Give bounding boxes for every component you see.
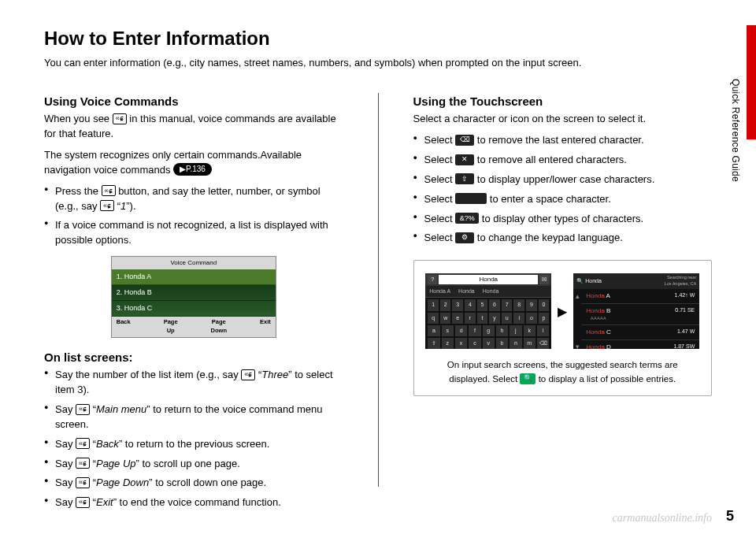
kb-key: 4 <box>465 299 476 310</box>
clear-icon: ☒ <box>539 275 549 284</box>
text: Say the number of the list item (e.g., s… <box>55 369 241 380</box>
vc-back: Back <box>117 318 131 336</box>
text: Select <box>424 193 456 205</box>
kb-key: 7 <box>502 299 513 310</box>
text: Honda <box>586 343 605 350</box>
text: Say <box>55 477 76 488</box>
figure-caption: On input search screens, the suggested s… <box>425 358 701 386</box>
right-column: Using the Touchscreen Select a character… <box>413 93 713 518</box>
kb-key: y <box>489 313 500 324</box>
kb-row: 1234567890 <box>428 299 549 310</box>
kb-key: j <box>510 325 521 336</box>
text: Honda <box>586 328 605 336</box>
bullet: Say «ɕ “Main menu” to return to the voic… <box>44 402 343 432</box>
rs-query: 🔍 Honda <box>576 277 602 285</box>
text: “ <box>90 438 96 450</box>
kb-key: l <box>537 325 549 336</box>
text: Honda <box>586 292 605 299</box>
arrow-icon: ▶ <box>558 302 567 321</box>
text: “ <box>90 477 96 488</box>
kb-key: k <box>524 325 536 336</box>
bullet: Select ⇧ to display upper/lower case cha… <box>413 172 713 187</box>
rs-row: Honda C1.47 W <box>581 325 699 340</box>
intro-text: You can enter information (e.g., city na… <box>44 56 712 71</box>
sugg: Honda A <box>425 286 454 297</box>
text: to display other types of characters. <box>479 213 643 224</box>
text: C <box>605 328 611 336</box>
vc-exit: Exit <box>260 318 271 336</box>
vc-footer: Back Page Up Page Down Exit <box>112 317 276 337</box>
kb-top: ? Honda ☒ <box>425 273 551 286</box>
sugg: Honda <box>479 286 503 297</box>
text: Say <box>55 458 76 469</box>
kb-key: r <box>465 313 476 324</box>
text: Select <box>424 173 456 185</box>
bullet: Select ⚙ to change the keypad language. <box>413 231 713 246</box>
voice-icon: «ɕ <box>76 404 90 415</box>
kb-key: b <box>496 338 508 349</box>
rs-top: 🔍 Honda Searching near Los Angeles, CA <box>573 273 699 289</box>
text: to remove the last entered character. <box>474 134 643 146</box>
text: ” to return to the previous screen. <box>119 438 269 450</box>
page: Quick Reference Guide How to Enter Infor… <box>0 0 756 534</box>
kb-key: v <box>483 338 495 349</box>
bullet: Select &?% to display other types of cha… <box>413 212 713 227</box>
vc-row: 3. Honda C <box>112 301 276 317</box>
text: A <box>605 292 610 299</box>
space-icon <box>455 193 487 204</box>
figure-screens: ? Honda ☒ Honda A Honda Honda 1234567890… <box>425 273 701 349</box>
touchscreen-figure: ? Honda ☒ Honda A Honda Honda 1234567890… <box>413 260 713 396</box>
kb-key: ⌫ <box>537 338 549 349</box>
kb-row: asdfghjkl <box>428 325 549 336</box>
text: B <box>605 307 611 314</box>
text: Main menu <box>96 403 146 415</box>
kb-key: 6 <box>489 299 500 310</box>
kb-key: s <box>442 325 454 336</box>
symbols-icon: &?% <box>455 213 479 224</box>
voice-heading: Using Voice Commands <box>44 93 343 110</box>
voice-icon: «ɕ <box>241 369 255 380</box>
bullet: Say the number of the list item (e.g., s… <box>44 368 343 398</box>
kb-key: e <box>452 313 463 324</box>
column-divider <box>378 93 379 487</box>
text: Say <box>55 496 76 508</box>
watermark: carmanualsonline.info <box>613 510 712 526</box>
text: “ <box>90 458 96 469</box>
bullet: Say «ɕ “Back” to return to the previous … <box>44 437 343 452</box>
kb-key: q <box>428 313 439 324</box>
text: ” to scroll up one page. <box>136 458 240 469</box>
voice-icon: «ɕ <box>76 458 90 469</box>
voice-icon: «ɕ <box>113 113 127 124</box>
text: to change the keypad language. <box>474 232 623 243</box>
text: Honda <box>585 278 602 284</box>
keyboard-screenshot: ? Honda ☒ Honda A Honda Honda 1234567890… <box>425 273 551 349</box>
vc-body: 1. Honda A 2. Honda B 3. Honda C <box>112 269 276 317</box>
voice-icon: «ɕ <box>100 200 114 211</box>
bullet: Say «ɕ “Page Down” to scroll down one pa… <box>44 476 343 491</box>
list-bullets: Say the number of the list item (e.g., s… <box>44 368 343 510</box>
columns: Using Voice Commands When you see «ɕ in … <box>44 93 712 518</box>
text: to display a list of possible entries. <box>536 374 676 384</box>
text: Select <box>424 213 456 224</box>
kb-key: 8 <box>513 299 524 310</box>
text: “ <box>114 200 120 212</box>
voice-p1: When you see «ɕ in this manual, voice co… <box>44 112 343 142</box>
vc-row: 2. Honda B <box>112 285 276 301</box>
kb-key: z <box>442 338 454 349</box>
rs-location: Searching near Los Angeles, CA <box>665 275 697 287</box>
rs-row: Honda A1.42↑ W <box>581 289 699 304</box>
text: 0.71 SE <box>675 306 695 322</box>
text: When you see <box>44 113 113 124</box>
bullet: Say «ɕ “Exit” to end the voice command f… <box>44 495 343 510</box>
sugg: Honda <box>454 286 479 297</box>
text: Say <box>55 438 76 450</box>
text: to display upper/lower case characters. <box>474 173 654 185</box>
voice-icon: «ɕ <box>76 438 90 449</box>
rs-row: Honda D1.87 SW <box>581 340 699 350</box>
text: Honda <box>586 307 605 314</box>
voice-p2: The system recognizes only certain comma… <box>44 148 343 178</box>
kb-key: o <box>526 313 537 324</box>
voice-command-screenshot: Voice Command 1. Honda A 2. Honda B 3. H… <box>111 256 276 337</box>
bullet: Say «ɕ “Page Up” to scroll up one page. <box>44 457 343 472</box>
kb-key: g <box>483 325 495 336</box>
